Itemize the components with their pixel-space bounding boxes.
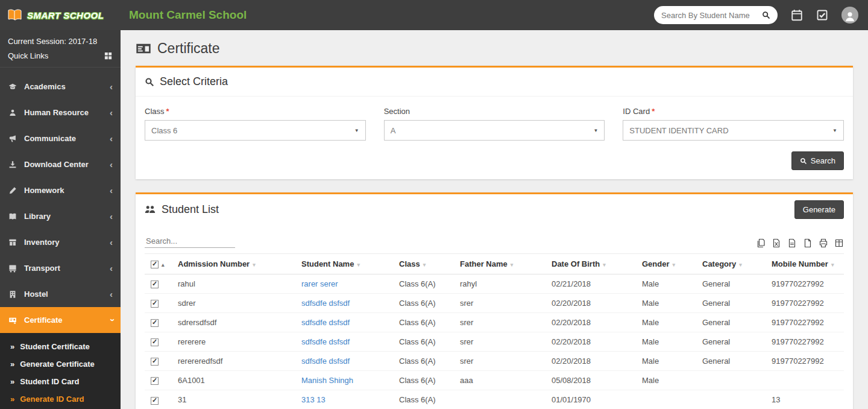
columns-icon[interactable] bbox=[834, 238, 844, 248]
sort-caret-icon: ▾ bbox=[831, 262, 834, 268]
certificate-page-icon bbox=[136, 42, 151, 55]
class-select[interactable]: Class 6 ▼ bbox=[145, 120, 366, 141]
certificate-icon bbox=[8, 316, 17, 325]
chevron-icon: ‹ bbox=[107, 319, 116, 322]
table-cell: Male bbox=[636, 274, 696, 294]
row-checkbox[interactable] bbox=[151, 281, 159, 288]
table-cell: General bbox=[696, 352, 766, 371]
row-checkbox[interactable] bbox=[151, 397, 159, 405]
row-checkbox[interactable] bbox=[151, 377, 159, 385]
sidebar-item-academics[interactable]: Academics‹ bbox=[0, 74, 121, 100]
student-search-input[interactable] bbox=[661, 11, 758, 20]
column-header-mobile-number[interactable]: Mobile Number▾ bbox=[766, 254, 844, 274]
csv-icon[interactable] bbox=[787, 238, 797, 248]
sort-caret-icon: ▾ bbox=[603, 262, 606, 268]
sidebar-subitem-student-id-card[interactable]: »Student ID Card bbox=[0, 373, 121, 390]
generate-button[interactable]: Generate bbox=[794, 200, 844, 219]
column-header-date-of-birth[interactable]: Date Of Birth▾ bbox=[546, 254, 636, 274]
sidebar-item-communicate[interactable]: Communicate‹ bbox=[0, 125, 121, 151]
sidebar: Current Session: 2017-18 Quick Links Aca… bbox=[0, 30, 121, 409]
table-row: sdrersdfsdfsdfsdfe dsfsdfClass 6(A)srer0… bbox=[145, 313, 844, 332]
copy-icon[interactable] bbox=[756, 238, 766, 248]
table-cell bbox=[766, 371, 844, 390]
sort-caret-icon: ▾ bbox=[423, 262, 426, 268]
sidebar-subitem-student-certificate[interactable]: »Student Certificate bbox=[0, 338, 121, 355]
table-cell: 02/20/2018 bbox=[546, 313, 636, 332]
search-button[interactable]: Search bbox=[791, 151, 844, 170]
sidebar-subitem-generate-certificate[interactable]: »Generate Certificate bbox=[0, 355, 121, 373]
chevron-icon: ‹ bbox=[110, 160, 113, 169]
double-angle-icon: » bbox=[10, 377, 14, 386]
calendar-icon[interactable] bbox=[791, 9, 803, 21]
graduation-cap-icon bbox=[8, 83, 17, 91]
sidebar-item-library[interactable]: Library‹ bbox=[0, 203, 121, 229]
table-cell: 05/08/2018 bbox=[546, 371, 636, 390]
sidebar-item-certificate[interactable]: Certificate‹ bbox=[0, 307, 121, 333]
topbar-actions bbox=[654, 6, 868, 24]
column-header-category[interactable]: Category▾ bbox=[696, 254, 766, 274]
current-session-label: Current Session: 2017-18 bbox=[0, 30, 121, 47]
sidebar-subitem-generate-id-card[interactable]: »Generate ID Card bbox=[0, 390, 121, 408]
student-name-link[interactable]: sdfsdfe dsfsdf bbox=[301, 299, 350, 308]
table-cell: Class 6(A) bbox=[393, 390, 454, 409]
certificate-submenu: »Student Certificate»Generate Certificat… bbox=[0, 333, 121, 409]
section-select-value: A bbox=[391, 126, 396, 135]
sidebar-item-human-resource[interactable]: Human Resource‹ bbox=[0, 100, 121, 125]
student-name-link[interactable]: sdfsdfe dsfsdf bbox=[301, 337, 350, 346]
download-icon bbox=[8, 160, 17, 169]
table-cell: Class 6(A) bbox=[393, 313, 454, 332]
criteria-form: Class* Class 6 ▼ Section A ▼ ID Card* ST… bbox=[136, 97, 853, 143]
row-checkbox[interactable] bbox=[151, 358, 159, 366]
page-title: Certificate bbox=[157, 40, 220, 57]
school-name: Mount Carmel School bbox=[129, 8, 247, 22]
table-cell: General bbox=[696, 274, 766, 294]
users-icon bbox=[145, 205, 156, 214]
student-name-link[interactable]: sdfsdfe dsfsdf bbox=[301, 357, 350, 366]
table-search-input[interactable] bbox=[145, 235, 235, 248]
required-asterisk: * bbox=[166, 107, 169, 116]
column-header-father-name[interactable]: Father Name▾ bbox=[454, 254, 546, 274]
chevron-icon: ‹ bbox=[110, 290, 113, 299]
table-row: sdrersdfsdfe dsfsdfClass 6(A)srer02/20/2… bbox=[145, 294, 844, 313]
user-avatar[interactable] bbox=[841, 7, 858, 24]
pdf-icon[interactable] bbox=[803, 238, 813, 248]
search-icon[interactable] bbox=[762, 11, 770, 19]
app-logo[interactable]: SMART SCHOOL bbox=[0, 0, 121, 30]
excel-icon[interactable] bbox=[772, 238, 781, 248]
student-name-link[interactable]: rarer serer bbox=[301, 279, 338, 288]
column-header-class[interactable]: Class▾ bbox=[393, 254, 454, 274]
table-cell: General bbox=[696, 332, 766, 352]
table-cell: 919770227992 bbox=[766, 313, 844, 332]
row-checkbox[interactable] bbox=[151, 338, 159, 346]
student-name-link[interactable]: sdfsdfe dsfsdf bbox=[301, 318, 350, 327]
section-field: Section A ▼ bbox=[384, 107, 605, 141]
student-name-link[interactable]: Manish Shingh bbox=[301, 376, 353, 385]
select-criteria-title: Select Criteria bbox=[160, 75, 228, 88]
column-header-student-name[interactable]: Student Name▾ bbox=[295, 254, 393, 274]
sidebar-item-inventory[interactable]: Inventory‹ bbox=[0, 229, 121, 255]
print-icon[interactable] bbox=[819, 238, 828, 248]
student-search[interactable] bbox=[654, 6, 778, 24]
section-select[interactable]: A ▼ bbox=[384, 120, 605, 141]
double-angle-icon: » bbox=[10, 360, 14, 369]
column-header-gender[interactable]: Gender▾ bbox=[636, 254, 696, 274]
grid-icon[interactable] bbox=[104, 51, 113, 60]
sidebar-item-download-center[interactable]: Download Center‹ bbox=[0, 151, 121, 177]
student-name-link[interactable]: 313 13 bbox=[301, 395, 326, 404]
class-label: Class bbox=[145, 107, 165, 116]
tasks-icon[interactable] bbox=[816, 9, 828, 21]
sidebar-item-hostel[interactable]: Hostel‹ bbox=[0, 281, 121, 307]
id-card-select[interactable]: STUDENT IDENTITY CARD ▼ bbox=[623, 120, 844, 141]
sidebar-item-transport[interactable]: Transport‹ bbox=[0, 255, 121, 281]
required-asterisk: * bbox=[652, 107, 655, 116]
section-label: Section bbox=[384, 107, 410, 116]
row-checkbox[interactable] bbox=[151, 319, 159, 327]
select-all-checkbox[interactable] bbox=[151, 261, 159, 268]
column-header-admission-number[interactable]: Admission Number▾ bbox=[172, 254, 295, 274]
table-cell: sdrersdfsdf bbox=[172, 313, 295, 332]
quick-links[interactable]: Quick Links bbox=[0, 47, 121, 68]
sidebar-item-homework[interactable]: Homework‹ bbox=[0, 177, 121, 203]
table-cell: Class 6(A) bbox=[393, 294, 454, 313]
sort-caret-icon: ▾ bbox=[253, 262, 256, 268]
row-checkbox[interactable] bbox=[151, 300, 159, 308]
